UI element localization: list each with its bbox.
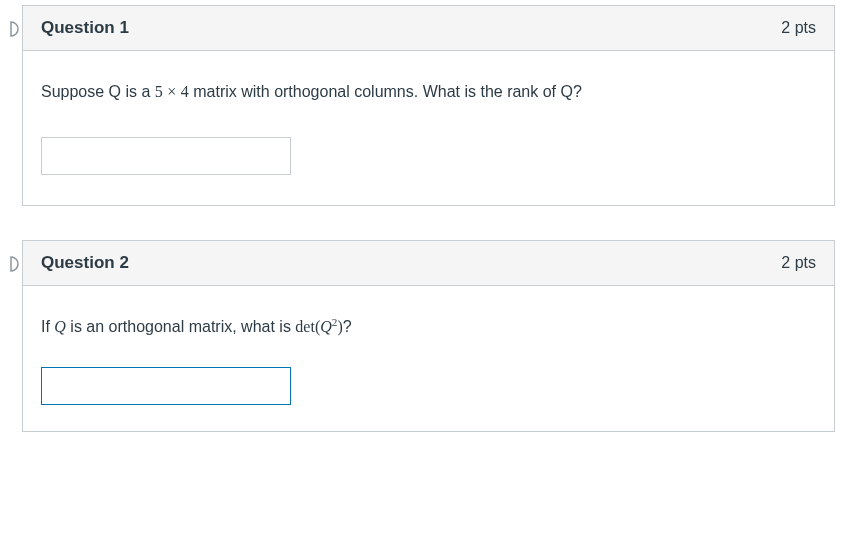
- question-title: Question 2: [41, 253, 129, 273]
- prompt-text: Suppose Q is a: [41, 83, 155, 100]
- status-partial-icon: [2, 255, 20, 273]
- matrix-rows: 5: [155, 83, 163, 100]
- answer-input[interactable]: [41, 367, 291, 405]
- question-body: Suppose Q is a 5 × 4 matrix with orthogo…: [23, 51, 834, 205]
- status-partial-icon: [2, 20, 20, 38]
- question-prompt: Suppose Q is a 5 × 4 matrix with orthogo…: [41, 81, 816, 103]
- prompt-text: matrix with orthogonal columns. What is …: [189, 83, 582, 100]
- times-symbol: ×: [167, 83, 176, 100]
- question-points: 2 pts: [781, 19, 816, 37]
- var-q: Q: [54, 318, 66, 335]
- var-q: Q: [320, 318, 332, 335]
- det-label: det: [295, 318, 315, 335]
- question-title: Question 1: [41, 18, 129, 38]
- question-block: Question 1 2 pts Suppose Q is a 5 × 4 ma…: [22, 5, 835, 206]
- matrix-cols: 4: [181, 83, 189, 100]
- question-body: If Q is an orthogonal matrix, what is de…: [23, 286, 834, 430]
- prompt-text: is an orthogonal matrix, what is: [66, 318, 295, 335]
- question-prompt: If Q is an orthogonal matrix, what is de…: [41, 316, 816, 338]
- prompt-text: ?: [343, 318, 352, 335]
- question-block: Question 2 2 pts If Q is an orthogonal m…: [22, 240, 835, 431]
- question-header: Question 2 2 pts: [23, 241, 834, 286]
- prompt-text: If: [41, 318, 54, 335]
- question-points: 2 pts: [781, 254, 816, 272]
- answer-input[interactable]: [41, 137, 291, 175]
- question-header: Question 1 2 pts: [23, 6, 834, 51]
